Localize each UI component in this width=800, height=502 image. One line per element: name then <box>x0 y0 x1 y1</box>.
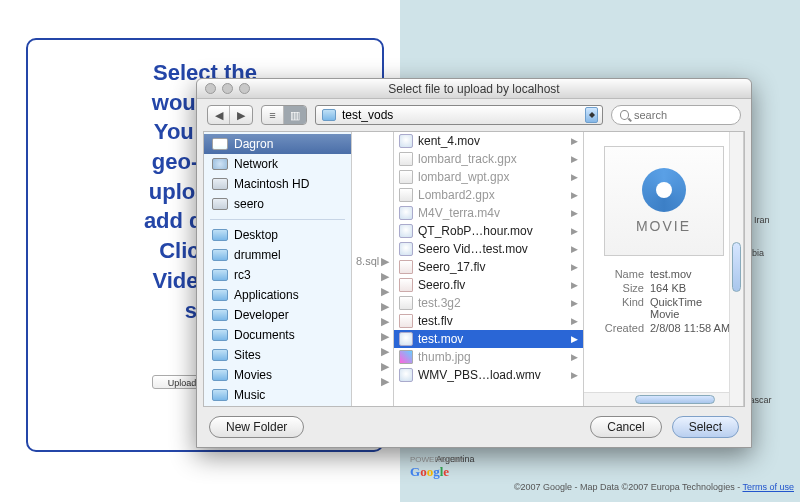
chevron-right-icon: ▶ <box>381 300 389 313</box>
sidebar-item[interactable]: seero <box>204 194 351 214</box>
fold-icon <box>212 329 228 341</box>
select-button[interactable]: Select <box>672 416 739 438</box>
file-row[interactable]: Seero Vid…test.mov▶ <box>394 240 583 258</box>
sidebar-item[interactable]: Music <box>204 385 351 405</box>
file-row[interactable]: Lombard2.gpx▶ <box>394 186 583 204</box>
parent-item[interactable]: ▶ <box>352 374 393 389</box>
column-view-button[interactable]: ▥ <box>284 106 306 124</box>
map-copyright: ©2007 Google - Map Data ©2007 Europa Tec… <box>514 482 794 492</box>
parent-item[interactable]: ▶ <box>352 314 393 329</box>
sidebar: DagronNetworkMacintosh HDseero Desktopdr… <box>204 132 352 406</box>
parent-item[interactable]: ▶ <box>352 329 393 344</box>
parent-item[interactable]: ▶ <box>352 359 393 374</box>
chevron-right-icon: ▶ <box>571 262 578 272</box>
sidebar-item-label: Macintosh HD <box>234 177 309 191</box>
list-view-button[interactable]: ≡ <box>262 106 284 124</box>
parent-item[interactable]: ▶ <box>352 284 393 299</box>
sidebar-item[interactable]: drummel <box>204 245 351 265</box>
file-row[interactable]: thumb.jpg▶ <box>394 348 583 366</box>
sidebar-item[interactable]: Network <box>204 154 351 174</box>
sidebar-item[interactable]: Desktop <box>204 225 351 245</box>
view-seg: ≡ ▥ <box>261 105 307 125</box>
parent-item[interactable]: ▶ <box>352 269 393 284</box>
vertical-scrollbar[interactable] <box>729 132 743 406</box>
chevron-right-icon: ▶ <box>571 226 578 236</box>
scroll-thumb[interactable] <box>732 242 741 292</box>
meta-key: Name <box>594 268 644 280</box>
chevron-right-icon: ▶ <box>571 208 578 218</box>
cancel-button[interactable]: Cancel <box>590 416 661 438</box>
sidebar-separator <box>210 219 345 220</box>
forward-button[interactable]: ▶ <box>230 106 252 124</box>
minimize-icon[interactable] <box>222 83 233 94</box>
file-row[interactable]: Seero.flv▶ <box>394 276 583 294</box>
fold-icon <box>212 389 228 401</box>
file-name: test.3g2 <box>418 296 566 310</box>
file-name: Seero Vid…test.mov <box>418 242 566 256</box>
sidebar-item-label: Sites <box>234 348 261 362</box>
sidebar-item-label: drummel <box>234 248 281 262</box>
file-row[interactable]: lombard_wpt.gpx▶ <box>394 168 583 186</box>
sidebar-item[interactable]: Applications <box>204 285 351 305</box>
map-label: Iran <box>754 215 770 225</box>
sidebar-item[interactable]: Movies <box>204 365 351 385</box>
sidebar-item[interactable]: Dagron <box>204 134 351 154</box>
zoom-icon[interactable] <box>239 83 250 94</box>
file-row[interactable]: QT_RobP…hour.mov▶ <box>394 222 583 240</box>
file-name: Seero_17.flv <box>418 260 566 274</box>
flv-file-icon <box>399 260 413 274</box>
sidebar-item-label: seero <box>234 197 264 211</box>
sidebar-item[interactable]: Developer <box>204 305 351 325</box>
sidebar-item[interactable]: Macintosh HD <box>204 174 351 194</box>
fold-icon <box>212 349 228 361</box>
scroll-thumb[interactable] <box>635 395 715 404</box>
current-folder-label: test_vods <box>342 108 579 122</box>
chevron-right-icon: ▶ <box>571 298 578 308</box>
file-row[interactable]: test.3g2▶ <box>394 294 583 312</box>
parent-item[interactable]: 8.sql▶ <box>352 254 393 269</box>
sidebar-item[interactable]: rc3 <box>204 265 351 285</box>
net-icon <box>212 158 228 170</box>
file-row[interactable]: Seero_17.flv▶ <box>394 258 583 276</box>
file-dialog: Select file to upload by localhost ◀ ▶ ≡… <box>196 78 752 448</box>
file-row[interactable]: test.mov▶ <box>394 330 583 348</box>
mov-file-icon <box>399 134 413 148</box>
parent-item[interactable]: ▶ <box>352 299 393 314</box>
meta-key: Kind <box>594 296 644 320</box>
new-folder-button[interactable]: New Folder <box>209 416 304 438</box>
copyright-text: ©2007 Google - Map Data ©2007 Europa Tec… <box>514 482 743 492</box>
chevron-right-icon: ▶ <box>571 316 578 326</box>
file-name: M4V_terra.m4v <box>418 206 566 220</box>
doc-file-icon <box>399 170 413 184</box>
titlebar: Select file to upload by localhost <box>197 79 751 99</box>
map-powered-by: POWERED BY Google <box>410 455 464 480</box>
file-row[interactable]: M4V_terra.m4v▶ <box>394 204 583 222</box>
chevron-right-icon: ▶ <box>571 136 578 146</box>
file-name: test.mov <box>418 332 566 346</box>
sidebar-item[interactable]: Documents <box>204 325 351 345</box>
file-row[interactable]: lombard_track.gpx▶ <box>394 150 583 168</box>
parent-item[interactable]: ▶ <box>352 344 393 359</box>
flv-file-icon <box>399 314 413 328</box>
chevron-right-icon: ▶ <box>381 360 389 373</box>
horizontal-scrollbar[interactable] <box>584 392 729 406</box>
sidebar-item[interactable]: Pictures <box>204 405 351 406</box>
search-input[interactable] <box>634 109 732 121</box>
sidebar-item-label: Developer <box>234 308 289 322</box>
file-row[interactable]: test.flv▶ <box>394 312 583 330</box>
search-field[interactable] <box>611 105 741 125</box>
terms-link[interactable]: Terms of use <box>742 482 794 492</box>
close-icon[interactable] <box>205 83 216 94</box>
fold-icon <box>212 229 228 241</box>
file-row[interactable]: WMV_PBS…load.wmv▶ <box>394 366 583 384</box>
back-button[interactable]: ◀ <box>208 106 230 124</box>
chevron-right-icon: ▶ <box>571 172 578 182</box>
file-row[interactable]: kent_4.mov▶ <box>394 132 583 150</box>
folder-popup[interactable]: test_vods <box>315 105 603 125</box>
preview-column: MOVIE Name test.mov Size 164 KB Kind Qui… <box>584 132 744 406</box>
window-controls <box>205 83 250 94</box>
sidebar-item[interactable]: Sites <box>204 345 351 365</box>
sidebar-item-label: Applications <box>234 288 299 302</box>
dialog-title: Select file to upload by localhost <box>197 79 751 99</box>
file-name: kent_4.mov <box>418 134 566 148</box>
